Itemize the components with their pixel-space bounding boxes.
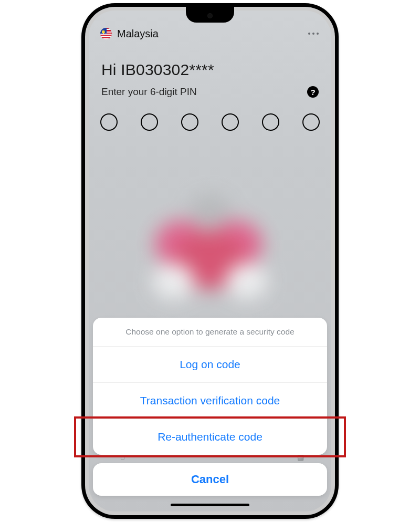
flag-malaysia-icon bbox=[100, 28, 112, 39]
country-label: Malaysia bbox=[117, 28, 159, 40]
pin-dot bbox=[302, 113, 320, 131]
action-sheet-item[interactable]: Transaction verification code bbox=[93, 383, 327, 419]
app-screen: Malaysia Hi IB030302**** Enter your 6-di… bbox=[89, 11, 331, 511]
country-selector[interactable]: Malaysia bbox=[100, 28, 159, 40]
action-sheet: Choose one option to generate a security… bbox=[93, 318, 327, 455]
home-indicator[interactable] bbox=[171, 504, 249, 506]
background-art bbox=[131, 194, 289, 320]
phone-frame: Malaysia Hi IB030302**** Enter your 6-di… bbox=[81, 3, 339, 519]
action-sheet-container: ⌂ ▦ Choose one option to generate a secu… bbox=[89, 318, 331, 511]
help-icon[interactable]: ? bbox=[307, 86, 319, 98]
pin-dot bbox=[100, 113, 118, 131]
greeting-text: Hi IB030302**** bbox=[101, 61, 319, 79]
device-notch bbox=[186, 7, 234, 23]
action-sheet-item[interactable]: Log on code bbox=[93, 347, 327, 383]
pin-dot bbox=[262, 113, 279, 131]
pin-prompt: Enter your 6-digit PIN bbox=[101, 86, 197, 98]
pin-dot bbox=[222, 113, 239, 131]
grid-peek-icon: ▦ bbox=[297, 453, 304, 461]
pin-entry[interactable] bbox=[89, 98, 331, 131]
cancel-button[interactable]: Cancel bbox=[93, 463, 327, 496]
pin-dot bbox=[141, 113, 158, 131]
more-menu-icon[interactable] bbox=[306, 27, 321, 40]
action-sheet-item[interactable]: Re-authenticate code bbox=[93, 419, 327, 455]
action-sheet-title: Choose one option to generate a security… bbox=[93, 318, 327, 347]
pin-dot bbox=[181, 113, 198, 131]
keypad-peek-icon: ⌂ bbox=[120, 453, 124, 461]
